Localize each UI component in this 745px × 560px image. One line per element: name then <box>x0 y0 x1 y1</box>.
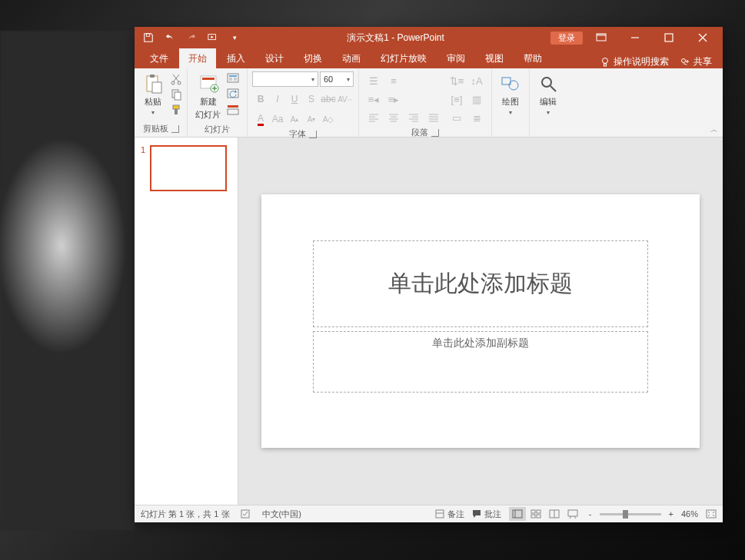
italic-button[interactable]: I <box>269 91 286 107</box>
tab-design[interactable]: 设计 <box>256 48 293 68</box>
reading-view-icon[interactable] <box>546 507 563 521</box>
reset-icon[interactable] <box>227 88 242 101</box>
thumb-number: 1 <box>141 145 145 191</box>
maximize-icon[interactable] <box>654 27 684 48</box>
svg-point-31 <box>509 81 518 90</box>
decrease-indent-button[interactable]: ≡◂ <box>364 91 384 107</box>
group-slides: 新建 幻灯片 幻灯片 <box>188 68 248 137</box>
close-icon[interactable] <box>687 27 718 48</box>
tell-me[interactable]: 操作说明搜索 <box>600 55 669 68</box>
slide-canvas-area[interactable]: 单击此处添加标题 单击此处添加副标题 <box>238 138 723 505</box>
tab-transitions[interactable]: 切换 <box>294 48 331 68</box>
font-color-button[interactable]: A <box>252 111 269 127</box>
grow-font-button[interactable]: A▴ <box>286 111 303 127</box>
copy-icon[interactable] <box>170 88 182 101</box>
svg-rect-24 <box>229 75 237 77</box>
login-button[interactable]: 登录 <box>550 31 583 45</box>
subtitle-placeholder[interactable]: 单击此处添加副标题 <box>313 331 648 393</box>
zoom-in-button[interactable]: + <box>669 509 673 519</box>
ribbon-tabs: 文件 开始 插入 设计 切换 动画 幻灯片放映 审阅 视图 帮助 操作说明搜索 … <box>135 48 723 68</box>
spellcheck-icon[interactable] <box>241 509 251 519</box>
shrink-font-button[interactable]: A▾ <box>303 111 320 127</box>
clear-format-button[interactable]: A◇ <box>320 111 337 127</box>
zoom-percent[interactable]: 46% <box>681 509 698 519</box>
align-right-button[interactable] <box>404 110 424 125</box>
font-name-combo[interactable]: ▾ <box>252 71 318 87</box>
start-from-beginning-icon[interactable] <box>207 31 219 44</box>
layout-icon[interactable] <box>227 73 242 85</box>
undo-icon[interactable] <box>164 31 176 44</box>
normal-view-icon[interactable] <box>509 507 526 521</box>
char-spacing-button[interactable]: AV↔ <box>337 91 354 107</box>
fit-to-window-icon[interactable] <box>706 509 717 519</box>
clipboard-dialog-launcher[interactable] <box>171 125 179 133</box>
slides-label: 幻灯片 <box>205 124 230 135</box>
collapse-ribbon-icon[interactable]: ︿ <box>710 124 718 135</box>
numbering-button[interactable]: ≡ <box>384 73 404 88</box>
share-button[interactable]: 共享 <box>680 55 712 68</box>
svg-rect-19 <box>175 109 178 114</box>
slide-thumbnail-panel: 1 <box>135 138 238 505</box>
svg-rect-21 <box>202 78 215 80</box>
drawing-button[interactable]: 绘图 ▾ <box>497 71 524 118</box>
increase-indent-button[interactable]: ≡▸ <box>384 91 404 107</box>
customize-qat-icon[interactable]: ▾ <box>228 31 241 44</box>
distribute-button[interactable]: ≣ <box>467 110 487 125</box>
convert-smartart-button[interactable]: ▭ <box>447 110 467 125</box>
line-spacing-button[interactable]: ⇅≡ <box>447 73 467 88</box>
zoom-out-button[interactable]: - <box>589 509 592 519</box>
zoom-slider[interactable] <box>600 513 661 515</box>
group-font: ▾ 60▾ B I U S abc AV↔ A Aa A▴ A▾ A◇ <box>248 68 359 137</box>
text-direction-button[interactable]: ↕A <box>467 73 487 88</box>
section-icon[interactable] <box>227 104 242 116</box>
shadow-button[interactable]: S <box>303 91 320 107</box>
comments-button[interactable]: 批注 <box>472 509 501 520</box>
minimize-icon[interactable] <box>620 27 650 48</box>
tab-slideshow[interactable]: 幻灯片放映 <box>371 48 436 68</box>
format-painter-icon[interactable] <box>170 104 182 116</box>
svg-rect-29 <box>228 109 238 114</box>
title-placeholder[interactable]: 单击此处添加标题 <box>313 240 648 327</box>
svg-rect-44 <box>568 510 577 516</box>
paste-button[interactable]: 粘贴 ▾ <box>139 71 167 118</box>
slide-sorter-icon[interactable] <box>527 507 544 521</box>
align-left-button[interactable] <box>364 110 384 125</box>
underline-button[interactable]: U <box>286 91 303 107</box>
slideshow-view-icon[interactable] <box>564 507 581 521</box>
statusbar: 幻灯片 第 1 张，共 1 张 中文(中国) 备注 批注 - + 46% <box>135 505 723 522</box>
bold-button[interactable]: B <box>252 91 269 107</box>
notes-button[interactable]: 备注 <box>435 509 464 520</box>
bullets-button[interactable]: ☰ <box>364 73 384 88</box>
language-indicator[interactable]: 中文(中国) <box>262 509 301 520</box>
strike-button[interactable]: abc <box>320 91 337 107</box>
font-size-combo[interactable]: 60▾ <box>320 71 354 87</box>
align-center-button[interactable] <box>384 110 404 125</box>
change-case-button[interactable]: Aa <box>269 111 286 127</box>
tab-file[interactable]: 文件 <box>141 48 178 68</box>
editing-button[interactable]: 编辑 ▾ <box>534 71 562 118</box>
tab-home[interactable]: 开始 <box>179 48 216 68</box>
share-icon <box>680 57 690 68</box>
slide-counter[interactable]: 幻灯片 第 1 张，共 1 张 <box>141 509 230 520</box>
clipboard-label: 剪贴板 <box>143 123 168 134</box>
save-icon[interactable] <box>142 31 155 44</box>
paste-label: 粘贴 <box>145 96 161 108</box>
columns-button[interactable]: ▥ <box>467 91 487 107</box>
justify-button[interactable] <box>424 110 444 125</box>
svg-rect-12 <box>150 75 155 78</box>
new-slide-button[interactable]: 新建 幻灯片 <box>192 71 224 122</box>
tab-view[interactable]: 视图 <box>476 48 513 68</box>
tab-insert[interactable]: 插入 <box>218 48 254 68</box>
tab-help[interactable]: 帮助 <box>514 48 551 68</box>
cut-icon[interactable] <box>170 73 182 85</box>
tab-animations[interactable]: 动画 <box>333 48 370 68</box>
svg-rect-38 <box>531 510 535 513</box>
redo-icon[interactable] <box>185 31 198 44</box>
font-dialog-launcher[interactable] <box>309 131 317 138</box>
ribbon-display-options-icon[interactable] <box>586 27 617 48</box>
align-text-button[interactable]: [≡] <box>447 91 467 107</box>
slide-thumbnail-1[interactable] <box>150 145 227 191</box>
tab-review[interactable]: 审阅 <box>437 48 474 68</box>
paragraph-dialog-launcher[interactable] <box>431 129 439 137</box>
svg-point-32 <box>542 78 551 87</box>
